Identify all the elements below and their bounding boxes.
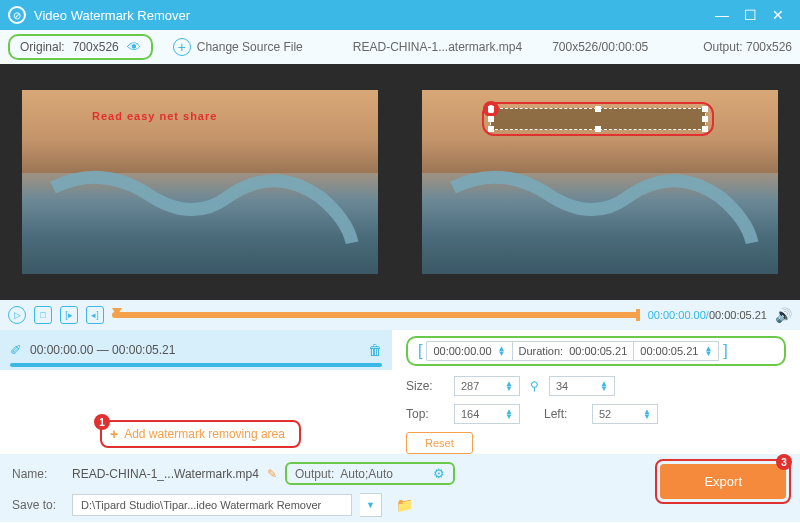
plus-icon: + (110, 426, 118, 442)
video-frame-original: Read easy net share (22, 90, 378, 274)
watermark-text: Read easy net share (92, 110, 217, 122)
position-row: Top: 164▲▼ Left: 52▲▼ (406, 404, 786, 424)
spinner-icon[interactable]: ▲▼ (643, 409, 651, 419)
link-icon[interactable]: ⚲ (530, 379, 539, 393)
time-range-box: [ 00:00:00.00 ▲▼ Duration:00:00:05.21 00… (406, 336, 786, 366)
segments-panel: ✐ 00:00:00.00 — 00:00:05.21 🗑 1 + Add wa… (0, 330, 392, 454)
playbar: ▷ □ [▸ ◂] 00:00:00.00/00:00:05.21 🔊 (0, 300, 800, 330)
settings-row: ✐ 00:00:00.00 — 00:00:05.21 🗑 1 + Add wa… (0, 330, 800, 454)
maximize-button[interactable]: ☐ (736, 7, 764, 23)
end-time-input[interactable]: 00:00:05.21 ▲▼ (634, 341, 719, 361)
spinner-icon[interactable]: ▲▼ (498, 346, 506, 356)
resize-handle[interactable] (702, 126, 708, 132)
save-path-input[interactable]: D:\Tipard Studio\Tipar...ideo Watermark … (72, 494, 352, 516)
save-label: Save to: (12, 498, 64, 512)
original-value: 700x526 (73, 40, 119, 54)
add-watermark-area-button[interactable]: 1 + Add watermark removing area (100, 420, 301, 448)
spinner-icon[interactable]: ▲▼ (600, 381, 608, 391)
left-label: Left: (544, 407, 582, 421)
close-button[interactable]: ✕ (764, 7, 792, 23)
volume-icon[interactable]: 🔊 (775, 307, 792, 323)
time-display: 00:00:00.00/00:00:05.21 (648, 309, 767, 321)
app-logo-icon: ⊘ (8, 6, 26, 24)
resize-handle[interactable] (595, 106, 601, 112)
output-format-value: Auto;Auto (340, 467, 393, 481)
duration-label: Duration: (519, 345, 564, 357)
bracket-right-icon[interactable]: ] (719, 342, 731, 360)
gear-icon[interactable]: ⚙ (433, 466, 445, 481)
name-label: Name: (12, 467, 64, 481)
output-value: 700x526 (746, 40, 792, 54)
seek-bar[interactable] (112, 312, 640, 318)
toolbar: Original: 700x526 👁 + Change Source File… (0, 30, 800, 64)
stop-button[interactable]: □ (34, 306, 52, 324)
change-source-label: Change Source File (197, 40, 303, 54)
size-label: Size: (406, 379, 444, 393)
eye-icon[interactable]: 👁 (127, 39, 141, 55)
resize-handle[interactable] (595, 126, 601, 132)
time-current: 00:00:00.00 (648, 309, 706, 321)
name-value: READ-CHINA-1_...Watermark.mp4 (72, 467, 259, 481)
top-input[interactable]: 164▲▼ (454, 404, 520, 424)
play-button[interactable]: ▷ (8, 306, 26, 324)
preview-row: Read easy net share 2 (0, 64, 800, 300)
duration-value: 00:00:05.21 (569, 345, 627, 357)
save-path-dropdown[interactable]: ▼ (360, 493, 382, 517)
spinner-icon[interactable]: ▲▼ (704, 346, 712, 356)
output-format-box: Output: Auto;Auto ⚙ (285, 462, 455, 485)
resize-handle[interactable] (702, 106, 708, 112)
output-label: Output: (703, 40, 742, 54)
output-format-label: Output: (295, 467, 334, 481)
folder-icon[interactable]: 📁 (396, 497, 413, 513)
mark-in-button[interactable]: [▸ (60, 306, 78, 324)
titlebar: ⊘ Video Watermark Remover — ☐ ✕ (0, 0, 800, 30)
end-time-value: 00:00:05.21 (640, 345, 698, 357)
plus-circle-icon: + (173, 38, 191, 56)
river-graphic (440, 160, 760, 252)
output-dimensions: Output: 700x526 (703, 40, 792, 54)
app-title: Video Watermark Remover (34, 8, 708, 23)
segment-bar[interactable] (10, 363, 382, 367)
resize-handle[interactable] (702, 116, 708, 122)
export-wrap: 3 Export (660, 464, 786, 499)
save-path-value: D:\Tipard Studio\Tipar...ideo Watermark … (81, 499, 321, 511)
minimize-button[interactable]: — (708, 7, 736, 23)
mark-out-button[interactable]: ◂] (86, 306, 104, 324)
top-label: Top: (406, 407, 444, 421)
spinner-icon[interactable]: ▲▼ (505, 409, 513, 419)
time-duration: 00:00:05.21 (709, 309, 767, 321)
start-time-value: 00:00:00.00 (433, 345, 491, 357)
size-row: Size: 287▲▼ ⚲ 34▲▼ (406, 376, 786, 396)
annotation-badge-1: 1 (94, 414, 110, 430)
height-input[interactable]: 34▲▼ (549, 376, 615, 396)
left-input[interactable]: 52▲▼ (592, 404, 658, 424)
watermark-selection[interactable]: 2 (490, 108, 706, 130)
spinner-icon[interactable]: ▲▼ (505, 381, 513, 391)
add-area-label: Add watermark removing area (124, 427, 285, 441)
seek-end-marker[interactable] (636, 309, 640, 321)
source-filename: READ-CHINA-1...atermark.mp4 (353, 40, 522, 54)
source-dim-duration: 700x526/00:00:05 (552, 40, 648, 54)
duration-input[interactable]: Duration:00:00:05.21 (512, 341, 635, 361)
resize-handle[interactable] (488, 126, 494, 132)
annotation-badge-3: 3 (776, 454, 792, 470)
resize-handle[interactable] (488, 116, 494, 122)
properties-panel: [ 00:00:00.00 ▲▼ Duration:00:00:05.21 00… (392, 330, 800, 454)
river-graphic (40, 160, 360, 252)
change-source-button[interactable]: + Change Source File (173, 38, 303, 56)
output-format: Output: Auto;Auto (295, 467, 393, 481)
edit-name-icon[interactable]: ✎ (267, 467, 277, 481)
original-dimensions: Original: 700x526 👁 (8, 34, 153, 60)
delete-segment-icon[interactable]: 🗑 (368, 342, 382, 358)
segment-icon: ✐ (10, 342, 22, 358)
bracket-left-icon[interactable]: [ (414, 342, 426, 360)
start-time-input[interactable]: 00:00:00.00 ▲▼ (426, 341, 511, 361)
segment-range: 00:00:00.00 — 00:00:05.21 (30, 343, 175, 357)
original-label: Original: (20, 40, 65, 54)
seek-playhead-icon[interactable] (112, 308, 122, 322)
resize-handle[interactable] (488, 106, 494, 112)
video-frame-output[interactable]: 2 (422, 90, 778, 274)
width-input[interactable]: 287▲▼ (454, 376, 520, 396)
export-annotation-outline (655, 459, 791, 504)
reset-button[interactable]: Reset (406, 432, 473, 454)
